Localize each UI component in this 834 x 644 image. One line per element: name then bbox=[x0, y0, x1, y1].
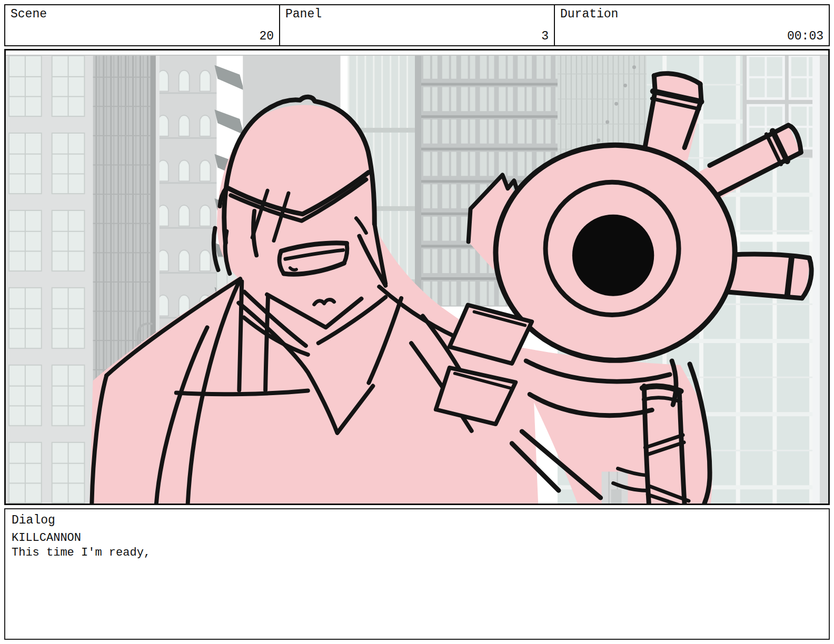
panel-label: Panel bbox=[285, 7, 322, 21]
dialog-label: Dialog bbox=[12, 514, 822, 527]
storyboard-sheet: Scene 20 Panel 3 Duration 00:03 bbox=[0, 0, 834, 644]
panel-value: 3 bbox=[541, 29, 549, 43]
cannon bbox=[495, 145, 734, 360]
duration-cell: Duration 00:03 bbox=[554, 5, 829, 45]
dialog-character: KILLCANNON bbox=[12, 531, 822, 546]
header-table: Scene 20 Panel 3 Duration 00:03 bbox=[4, 4, 830, 46]
duration-value: 00:03 bbox=[787, 29, 823, 43]
scene-cell: Scene 20 bbox=[5, 5, 279, 45]
dialog-text: This time I'm ready, bbox=[12, 546, 822, 560]
duration-label: Duration bbox=[560, 7, 618, 21]
storyboard-drawing bbox=[6, 51, 828, 504]
storyboard-panel bbox=[4, 49, 830, 505]
panel-cell: Panel 3 bbox=[279, 5, 554, 45]
building-left-facade bbox=[6, 51, 93, 504]
scene-label: Scene bbox=[11, 7, 47, 21]
building-corner-edge bbox=[812, 51, 820, 504]
scene-value: 20 bbox=[259, 29, 274, 43]
cannon-bore bbox=[572, 215, 654, 296]
dialog-box: Dialog KILLCANNON This time I'm ready, bbox=[4, 508, 830, 640]
